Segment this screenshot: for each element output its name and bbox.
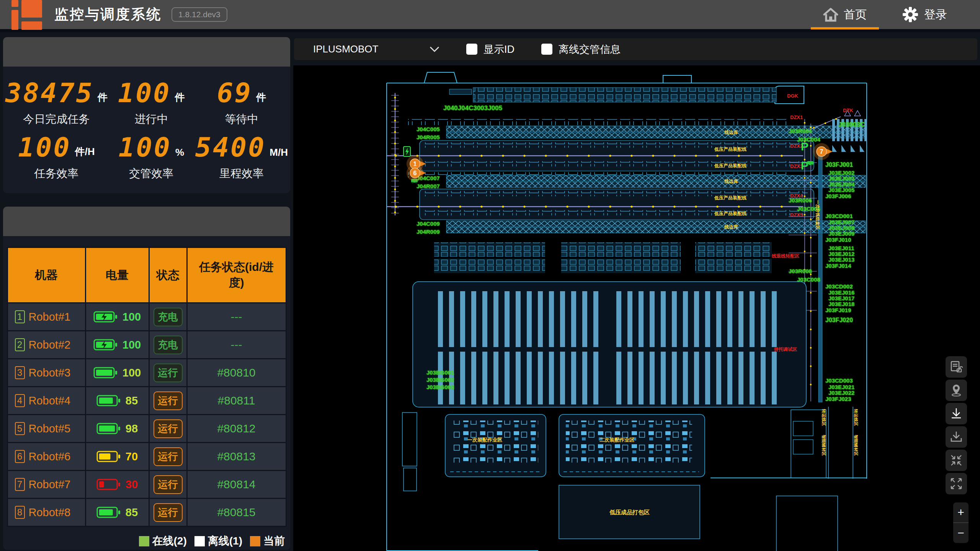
doc-unlock-icon: [950, 360, 963, 373]
robot-number-badge: 3: [15, 366, 25, 379]
chevron-down-icon: [430, 46, 439, 52]
stat-unit: 件/H: [75, 145, 95, 161]
stat-unit: 件: [256, 91, 266, 106]
status-badge: 充电: [154, 308, 183, 326]
svg-text:J03FJ023: J03FJ023: [825, 396, 851, 402]
task-id: #80814: [217, 478, 255, 491]
legend-item: 在线(2): [139, 534, 187, 548]
robot-name: Robot#2: [29, 339, 71, 351]
svg-text:拼托调试区: 拼托调试区: [774, 347, 797, 352]
locate-pin-icon: [950, 384, 963, 397]
download-tray-icon: [950, 430, 963, 443]
map-canvas[interactable]: J040J04C3003J005J04C005J04R005J04C007J04…: [293, 65, 980, 551]
battery-icon: [96, 394, 121, 408]
robot-number-badge: 6: [15, 450, 25, 463]
battery-icon: [93, 338, 118, 352]
locate-button[interactable]: [946, 380, 967, 401]
stat-value: 5400: [195, 134, 266, 161]
battery-icon: [93, 310, 118, 324]
table-row[interactable]: 4 Robot#4 85 运行 #80811: [7, 387, 286, 415]
factory-map[interactable]: J040J04C3003J005J04C005J04R005J04C007J04…: [293, 65, 980, 551]
battery-percent: 70: [126, 450, 138, 463]
app-logo-icon: [11, 0, 42, 31]
battery-icon: [96, 505, 121, 519]
battery-icon: [93, 366, 118, 380]
task-id: #80815: [217, 506, 255, 518]
robot-name: Robot#4: [29, 395, 71, 407]
map-toolbar: IPLUSMOBOT 显示ID 离线交管信息: [294, 38, 977, 60]
svg-text:J03EJ009: J03EJ009: [828, 230, 854, 237]
show-id-checkbox[interactable]: [466, 44, 477, 55]
table-row[interactable]: 1 Robot#1 100 充电 ---: [7, 303, 286, 331]
svg-text:J03FJ006: J03FJ006: [825, 193, 851, 199]
svg-text:J03FJ010: J03FJ010: [825, 236, 851, 243]
offline-traffic-checkbox[interactable]: [541, 44, 552, 55]
show-id-label: 显示ID: [483, 42, 514, 56]
svg-text:线边库: 线边库: [724, 130, 738, 135]
legend-item: 离线(1): [194, 534, 242, 548]
svg-text:J04R009: J04R009: [416, 228, 440, 235]
table-row[interactable]: 6 Robot#6 70 运行 #80813: [7, 443, 286, 471]
robot-name: Robot#5: [29, 422, 71, 435]
stat-label: 进行中: [108, 112, 195, 127]
download-tray-button[interactable]: [946, 426, 967, 448]
svg-text:P: P: [801, 140, 808, 153]
svg-text:J03FJ001: J03FJ001: [825, 161, 853, 168]
status-badge: 运行: [154, 364, 183, 382]
table-row[interactable]: 7 Robot#7 30 运行 #80814: [7, 471, 286, 499]
table-row[interactable]: 3 Robot#3 100 运行 #80810: [7, 359, 286, 387]
svg-text:低压产品装配线: 低压产品装配线: [714, 195, 746, 201]
robot-name: Robot#1: [29, 311, 71, 323]
robot-number-badge: 7: [15, 478, 25, 491]
expand-icon: [950, 477, 963, 490]
collapse-view-button[interactable]: [946, 450, 967, 471]
svg-text:DZX4: DZX4: [790, 193, 803, 199]
nav-home[interactable]: 首页: [813, 0, 877, 31]
table-row[interactable]: 5 Robot#5 98 运行 #80812: [7, 415, 286, 443]
svg-text:J03BG001: J03BG001: [426, 369, 454, 376]
map-column: IPLUSMOBOT 显示ID 离线交管信息: [293, 32, 980, 551]
battery-icon: [96, 450, 121, 463]
map-select[interactable]: IPLUSMOBOT: [313, 43, 439, 55]
main-nav: 首页 登录: [813, 0, 957, 31]
stat-label: 今日完成任务: [5, 112, 108, 127]
expand-view-button[interactable]: [946, 473, 967, 494]
battery-percent: 100: [122, 367, 141, 379]
svg-text:J03EJ013: J03EJ013: [828, 256, 854, 263]
zoom-out-button[interactable]: −: [953, 523, 969, 543]
left-sidebar: 38475件今日完成任务100件进行中69件等待中100件/H任务效率100%交…: [0, 32, 293, 551]
stat-unit: %: [175, 147, 184, 161]
svg-text:二次装配作业区: 二次装配作业区: [599, 437, 634, 443]
offline-traffic-checkbox-group[interactable]: 离线交管信息: [541, 42, 621, 56]
table-row[interactable]: 8 Robot#8 85 运行 #80815: [7, 499, 286, 527]
zoom-in-button[interactable]: +: [953, 502, 969, 523]
svg-text:J03EJ022: J03EJ022: [828, 390, 854, 396]
app-header: 监控与调度系统 1.8.12.dev3 首页 登录: [0, 0, 980, 32]
stat-item: 100件/H任务效率: [5, 131, 108, 181]
svg-text:DZX5: DZX5: [790, 212, 803, 218]
column-header: 机器: [7, 248, 85, 303]
svg-text:一次装配作业区: 一次装配作业区: [467, 437, 502, 443]
stat-unit: 件: [98, 91, 108, 106]
download-line-button[interactable]: [946, 403, 967, 424]
conveyor-label-box: [449, 89, 472, 95]
robot-pin-7[interactable]: 7: [813, 143, 833, 160]
doc-unlock-button[interactable]: [946, 356, 967, 378]
svg-text:线边库: 线边库: [724, 224, 738, 230]
show-id-checkbox-group[interactable]: 显示ID: [466, 42, 514, 56]
stat-label: 交管效率: [108, 166, 195, 181]
battery-icon: [96, 478, 121, 491]
status-badge: 运行: [154, 447, 183, 466]
robot-name: Robot#8: [29, 506, 71, 519]
page-title: 监控与调度系统: [54, 5, 162, 24]
battery-icon: [96, 422, 121, 435]
svg-text:J03BG003: J03BG003: [426, 384, 454, 390]
svg-text:转运线区: 转运线区: [854, 409, 858, 426]
task-id: #80812: [217, 422, 255, 435]
svg-text:低压产品装配线: 低压产品装配线: [714, 147, 746, 152]
status-badge: 充电: [154, 336, 183, 354]
stat-value: 100: [118, 134, 171, 161]
legend-swatch: [194, 536, 205, 546]
nav-login[interactable]: 登录: [892, 0, 957, 31]
table-row[interactable]: 2 Robot#2 100 充电 ---: [7, 331, 286, 359]
